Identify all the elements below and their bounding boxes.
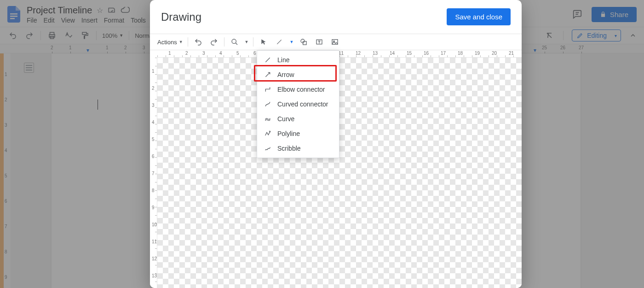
drawing-vertical-ruler[interactable]: 12345678910111213 xyxy=(150,58,157,288)
line-dropdown-icon[interactable]: ▼ xyxy=(289,40,293,44)
svg-rect-13 xyxy=(303,41,306,45)
elbow-icon xyxy=(264,86,272,93)
line-menu-line[interactable]: Line xyxy=(257,53,339,67)
arrow-icon xyxy=(264,71,272,78)
line-menu-label: Polyline xyxy=(277,130,300,137)
drawing-canvas[interactable] xyxy=(157,58,522,288)
line-menu-label: Line xyxy=(277,56,289,64)
line-menu-curve[interactable]: Curve xyxy=(257,112,339,126)
save-close-button[interactable]: Save and close xyxy=(447,8,511,25)
drawing-toolbar: Actions▼ ▼ ▼ xyxy=(150,34,522,50)
svg-line-10 xyxy=(236,43,237,45)
svg-rect-15 xyxy=(332,40,338,45)
polyline-icon xyxy=(264,130,272,137)
curved-icon xyxy=(264,100,272,108)
drawing-canvas-container: 123456789101112131415161718192021 123456… xyxy=(150,50,522,288)
line-menu-label: Scribble xyxy=(277,145,301,152)
line-menu-label: Curve xyxy=(277,115,294,123)
drawing-horizontal-ruler[interactable]: 123456789101112131415161718192021 xyxy=(157,50,522,58)
dialog-title: Drawing xyxy=(161,11,201,24)
svg-line-18 xyxy=(265,72,270,76)
curve-icon xyxy=(264,115,272,123)
drawing-undo-icon[interactable] xyxy=(193,36,204,47)
image-tool-icon[interactable] xyxy=(329,36,340,47)
drawing-redo-icon[interactable] xyxy=(208,36,219,47)
line-icon xyxy=(264,56,272,64)
textbox-tool-icon[interactable] xyxy=(314,36,325,47)
zoom-dropdown-icon[interactable]: ▼ xyxy=(245,40,249,44)
line-tool-menu: LineArrowElbow connectorCurved connector… xyxy=(257,50,339,158)
line-menu-polyline[interactable]: Polyline xyxy=(257,126,339,141)
line-menu-label: Elbow connector xyxy=(277,86,325,93)
svg-line-11 xyxy=(277,40,282,44)
svg-line-17 xyxy=(265,58,270,62)
actions-menu[interactable]: Actions▼ xyxy=(157,39,183,46)
line-tool-icon[interactable] xyxy=(274,36,285,47)
select-tool-icon[interactable] xyxy=(258,36,269,47)
line-menu-elbow[interactable]: Elbow connector xyxy=(257,82,339,97)
line-menu-curved[interactable]: Curved connector xyxy=(257,97,339,112)
svg-point-9 xyxy=(232,39,236,43)
line-menu-scribble[interactable]: Scribble xyxy=(257,141,339,156)
drawing-dialog: Drawing Save and close Actions▼ ▼ ▼ 1234… xyxy=(150,0,522,288)
scribble-icon xyxy=(264,145,272,152)
actions-label: Actions xyxy=(157,39,177,46)
line-menu-label: Curved connector xyxy=(277,100,328,108)
line-menu-arrow[interactable]: Arrow xyxy=(257,67,339,82)
shape-tool-icon[interactable] xyxy=(298,36,309,47)
zoom-tool-icon[interactable] xyxy=(229,36,240,47)
line-menu-label: Arrow xyxy=(277,71,294,78)
